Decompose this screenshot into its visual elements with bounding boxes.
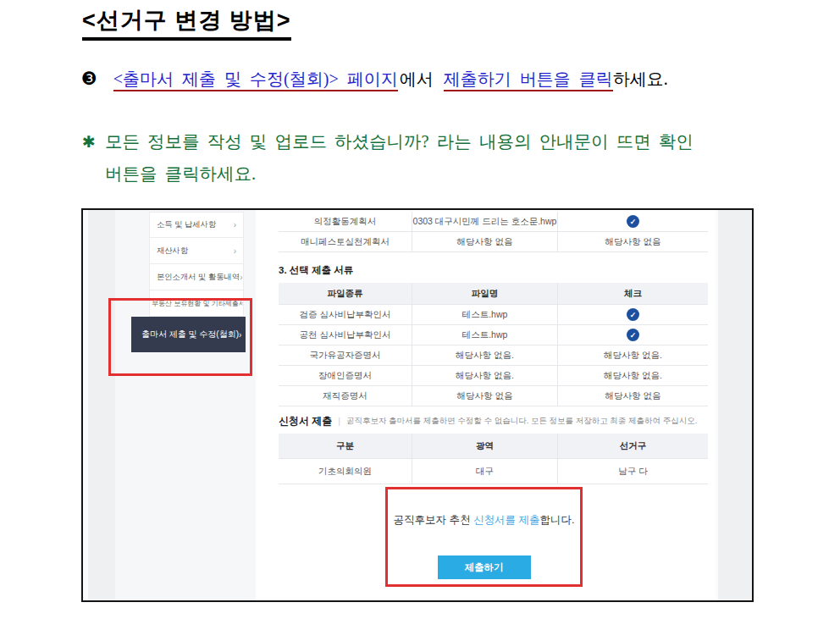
table-header-row: 구분 광역 선거구 bbox=[279, 434, 708, 459]
check-icon: ✓ bbox=[627, 329, 639, 341]
table-cell: 테스트.hwp bbox=[412, 325, 558, 345]
step-number-icon: ❸ bbox=[81, 69, 97, 89]
column-header: 선거구 bbox=[558, 434, 708, 458]
table-cell: 공천 심사비납부확인서 bbox=[279, 325, 412, 345]
table-row: 재직증명서 해당사항 없음 해당사항 없음 bbox=[279, 386, 708, 406]
sidebar-item-income-tax[interactable]: 소득 및 납세사항 › bbox=[149, 212, 244, 238]
table-cell: ✓ bbox=[558, 305, 708, 324]
table-cell: 해당사항 없음. bbox=[412, 345, 558, 365]
table-cell: 해당사항 없음 bbox=[558, 232, 708, 251]
note-line-1: 모든 정보를 작성 및 업로드 하셨습니까? 라는 내용의 안내문이 뜨면 확인 bbox=[105, 125, 694, 158]
table-cell: 해당사항 없음 bbox=[558, 386, 708, 406]
note-text: 모든 정보를 작성 및 업로드 하셨습니까? 라는 내용의 안내문이 뜨면 확인… bbox=[105, 125, 694, 190]
table-row: 국가유공자증명서 해당사항 없음. 해당사항 없음. bbox=[279, 345, 708, 366]
screenshot-frame: 소득 및 납세사항 › 재산사항 › 본인소개서 및 활동내역 › 부동산 보유… bbox=[81, 208, 754, 602]
table-cell: 기초의회의원 bbox=[279, 459, 412, 484]
sidebar-item-assets[interactable]: 재산사항 › bbox=[149, 238, 244, 264]
table-cell: 검증 심사비납부확인서 bbox=[279, 305, 412, 324]
column-header: 파일명 bbox=[412, 283, 558, 304]
check-icon: ✓ bbox=[627, 308, 639, 321]
note: ✱ 모든 정보를 작성 및 업로드 하셨습니까? 라는 내용의 안내문이 뜨면 … bbox=[82, 125, 785, 190]
check-icon: ✓ bbox=[627, 215, 639, 228]
sidebar-item-introduction[interactable]: 본인소개서 및 활동내역 › bbox=[149, 264, 244, 290]
divider: | bbox=[338, 417, 340, 426]
table-cell: ✓ bbox=[558, 325, 708, 345]
table-cell: ✓ bbox=[558, 212, 708, 231]
step-text-mid: 에서 bbox=[400, 69, 434, 88]
table-cell: 해당사항 없음. bbox=[558, 345, 708, 365]
right-gutter bbox=[718, 210, 752, 600]
step-instruction: ❸ <출마서 제출 및 수정(철회)> 페이지에서 제출하기 버튼을 클릭하세요… bbox=[81, 68, 668, 91]
table-cell: 해당사항 없음 bbox=[412, 386, 558, 406]
sidebar-item-label: 소득 및 납세사항 bbox=[157, 219, 216, 230]
table-cell: 대구 bbox=[412, 459, 558, 484]
submit-section-header: 신청서 제출 | 공직후보자 출마서를 제출하면 수정할 수 없습니다. 모든 … bbox=[279, 414, 697, 428]
column-header: 파일종류 bbox=[279, 283, 412, 304]
step-link-page: <출마서 제출 및 수정(철회)> 페이지 bbox=[113, 69, 398, 91]
confirm-text-link: 신청서를 제출 bbox=[473, 514, 539, 526]
table-row: 검증 심사비납부확인서 테스트.hwp ✓ bbox=[279, 305, 708, 325]
column-header: 구분 bbox=[279, 434, 412, 458]
submit-section-description: 공직후보자 출마서를 제출하면 수정할 수 없습니다. 모든 정보를 저장하고 … bbox=[346, 416, 697, 427]
asterisk-icon: ✱ bbox=[82, 125, 96, 190]
table-header-row: 파일종류 파일명 체크 bbox=[279, 283, 708, 305]
table-row: 장애인증명서 해당사항 없음. 해당사항 없음. bbox=[279, 366, 708, 386]
submit-section-title: 신청서 제출 bbox=[279, 414, 332, 428]
page-title: <선거구 변경 방법> bbox=[82, 5, 291, 41]
submit-info-table: 구분 광역 선거구 기초의회의원 대구 남구 다 bbox=[279, 434, 708, 484]
table-cell: 해당사항 없음. bbox=[558, 366, 708, 385]
highlight-box-sidebar bbox=[108, 298, 252, 376]
chevron-right-icon: › bbox=[240, 273, 242, 282]
table-cell: 0303 대구시민께 드리는 호소문.hwp bbox=[412, 212, 558, 231]
chevron-right-icon: › bbox=[234, 246, 236, 256]
table-cell: 매니페스토실천계획서 bbox=[279, 232, 412, 251]
section-title-optional-documents: 3. 선택 제출 서류 bbox=[279, 264, 353, 277]
confirm-text-before: 공직후보자 추천 bbox=[394, 514, 473, 526]
table-cell: 재직증명서 bbox=[279, 386, 412, 406]
sidebar-item-label: 본인소개서 및 활동내역 bbox=[157, 272, 240, 283]
table-cell: 테스트.hwp bbox=[412, 305, 558, 324]
table-row: 의정활동계획서 0303 대구시민께 드리는 호소문.hwp ✓ bbox=[279, 212, 708, 232]
optional-documents-table: 파일종류 파일명 체크 검증 심사비납부확인서 테스트.hwp ✓ 공천 심사비… bbox=[279, 283, 708, 406]
confirm-message: 공직후보자 추천 신청서를 제출합니다. bbox=[388, 513, 580, 528]
highlight-box-submit: 공직후보자 추천 신청서를 제출합니다. 제출하기 bbox=[385, 487, 583, 587]
table-cell: 장애인증명서 bbox=[279, 366, 412, 385]
table-cell: 해당사항 없음. bbox=[412, 366, 558, 385]
chevron-right-icon: › bbox=[234, 220, 236, 229]
step-link-submit: 제출하기 버튼을 클릭 bbox=[444, 69, 613, 91]
left-gutter bbox=[88, 210, 115, 600]
column-header: 광역 bbox=[412, 434, 558, 458]
submit-button[interactable]: 제출하기 bbox=[438, 555, 531, 579]
confirm-text-after: 합니다. bbox=[539, 514, 574, 526]
table-cell: 의정활동계획서 bbox=[279, 212, 412, 231]
table-row: 매니페스토실천계획서 해당사항 없음 해당사항 없음 bbox=[279, 232, 708, 252]
table-cell: 해당사항 없음 bbox=[412, 232, 558, 251]
column-header: 체크 bbox=[558, 283, 708, 304]
table-cell: 국가유공자증명서 bbox=[279, 345, 412, 365]
table-cell: 남구 다 bbox=[558, 459, 708, 484]
required-documents-table: 의정활동계획서 0303 대구시민께 드리는 호소문.hwp ✓ 매니페스토실천… bbox=[279, 212, 708, 252]
note-line-2: 버튼을 클릭하세요. bbox=[105, 158, 694, 190]
table-row: 공천 심사비납부확인서 테스트.hwp ✓ bbox=[279, 325, 708, 345]
sidebar-item-label: 재산사항 bbox=[157, 246, 188, 257]
table-row: 기초의회의원 대구 남구 다 bbox=[279, 459, 708, 484]
step-text-tail: 하세요. bbox=[613, 69, 668, 88]
